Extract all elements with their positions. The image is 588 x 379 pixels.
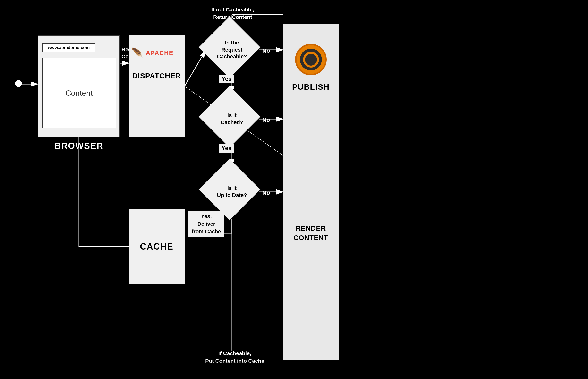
browser-url-bar: www.aemdemo.com (42, 43, 95, 52)
cache-box: CACHE (129, 209, 185, 284)
if-cacheable-label: If Cacheable,Put Content into Cache (205, 350, 264, 365)
url-text: www.aemdemo.com (48, 45, 90, 50)
apache-feather-icon: 🪶 (131, 47, 143, 59)
publish-label: PUBLISH (283, 83, 339, 92)
svg-line-5 (185, 51, 205, 86)
bullet-dot (15, 80, 22, 87)
cache-label: CACHE (129, 241, 185, 252)
publish-box: PUBLISH RENDERCONTENT (283, 24, 339, 360)
dispatcher-text: DISPATCHER (129, 72, 185, 80)
diamond-cached (199, 86, 261, 148)
browser-box: www.aemdemo.com Content (38, 35, 120, 137)
render-content-label: RENDERCONTENT (283, 223, 339, 242)
browser-label: BROWSER (38, 141, 120, 151)
apache-text: APACHE (146, 49, 173, 57)
publish-icon-ring (303, 52, 319, 67)
diamond-cached-no: No (262, 117, 270, 123)
dispatcher-box: 🪶 APACHE DISPATCHER (129, 35, 185, 137)
deliver-cache-label: Yes,Deliverfrom Cache (188, 211, 224, 237)
diamond-uptodate-no: No (262, 190, 270, 196)
diamond-cacheable (199, 16, 261, 79)
browser-content-text: Content (65, 89, 93, 98)
diamond-cacheable-wrapper: Is the Request Cacheable? (205, 23, 259, 77)
diamond-cacheable-yes: Yes (219, 75, 234, 83)
publish-icon-inner (300, 48, 322, 70)
diamond-uptodate-wrapper: Is it Up to Date? (205, 165, 259, 219)
if-not-cacheable-label: If not Cacheable,Return Content (211, 6, 254, 21)
dispatcher-logo: 🪶 APACHE (131, 47, 173, 59)
diamond-cached-wrapper: Is it Cached? (205, 92, 259, 146)
diamond-cached-yes: Yes (219, 144, 234, 153)
browser-content-area: Content (42, 58, 116, 128)
diamond-cacheable-no: No (262, 47, 270, 54)
publish-icon-circle (295, 44, 327, 75)
